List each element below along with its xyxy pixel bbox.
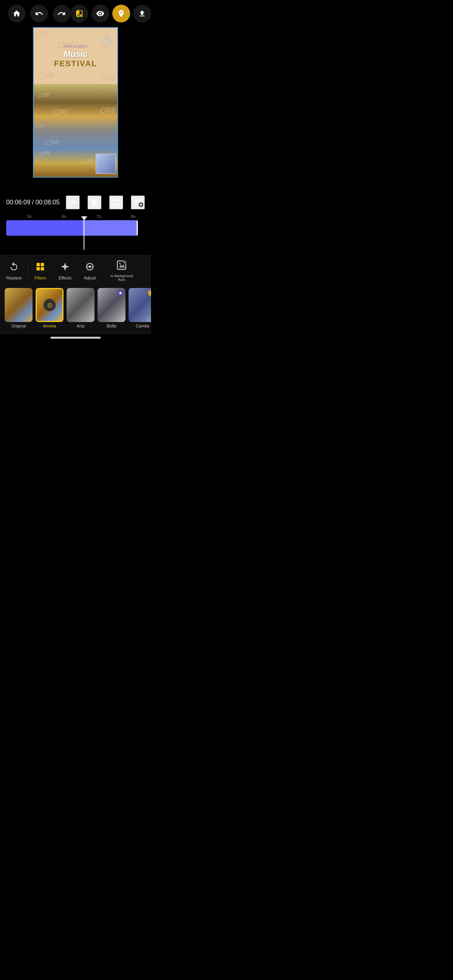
current-time: 00:06:09 (6, 199, 30, 206)
redo-icon (57, 9, 66, 18)
filters-label: Filters (34, 276, 46, 280)
total-time: 00:08:05 (36, 199, 60, 206)
undo-button[interactable] (30, 5, 48, 22)
timeline-track-area[interactable] (6, 220, 145, 240)
home-button[interactable] (8, 5, 26, 22)
svg-rect-30 (37, 263, 40, 266)
preview-top: Clay Clay Clay Clay (34, 28, 117, 84)
timeline-ruler: · 5s · 6s · 7s · 8s (6, 214, 145, 219)
play-button[interactable] (88, 195, 101, 209)
filter-original-thumb (5, 288, 33, 322)
filter-camila-label: Camila (136, 324, 149, 328)
svg-point-34 (89, 266, 91, 268)
watermark-photo-1: Clay (37, 90, 51, 100)
ai-bg-label: AI Background Rem (108, 274, 135, 282)
svg-rect-24 (134, 200, 141, 201)
music-label: Music (63, 49, 88, 59)
festival-label: FESTIVAL (54, 59, 97, 68)
amelia-icon: ⊙ (43, 299, 56, 311)
filter-amelia[interactable]: ⊙ Amelia (36, 288, 63, 328)
filter-gallery: Original ⊙ Amelia Aria Bella (0, 285, 151, 334)
disco-ball (100, 31, 114, 46)
bella-premium-badge (117, 290, 124, 296)
profile-icon (117, 9, 125, 18)
effects-icon (60, 262, 70, 274)
playhead (84, 219, 84, 250)
preview-canvas: Clay Clay Clay Clay (33, 27, 118, 178)
loop-icon (112, 198, 121, 207)
watermark-photo-2: Clay (52, 106, 69, 118)
replace-icon (9, 262, 19, 274)
svg-rect-10 (103, 39, 104, 40)
tool-effects[interactable]: Effects (52, 260, 77, 282)
export-button[interactable] (133, 5, 151, 22)
ruler-dot-2: · (41, 215, 53, 218)
watermark-3: Clay (37, 69, 55, 81)
svg-point-39 (119, 263, 121, 264)
ruler-6s: 6s (52, 214, 76, 219)
tool-adjust[interactable]: Adjust (78, 260, 102, 282)
time-display: 00:06:09 / 00:08:05 (6, 199, 60, 206)
tool-replace[interactable]: Replace (0, 260, 28, 282)
filter-aria[interactable]: Aria (67, 288, 94, 328)
redo-button[interactable] (53, 5, 70, 22)
adjust-icon (85, 262, 95, 274)
svg-rect-11 (104, 39, 105, 40)
filter-original[interactable]: Original (5, 288, 33, 328)
undo-icon (35, 9, 43, 18)
svg-rect-8 (105, 37, 106, 38)
preview-area: Clay Clay Clay Clay (0, 27, 151, 178)
svg-rect-16 (104, 41, 105, 42)
timeline-handle[interactable] (137, 220, 138, 236)
svg-rect-32 (37, 267, 40, 271)
svg-rect-14 (110, 39, 111, 40)
replace-label: Replace (6, 276, 22, 280)
filter-original-label: Original (11, 324, 26, 328)
bottom-tools: Replace Filters Effects (0, 255, 151, 334)
watermark-4: Clay (101, 73, 116, 83)
svg-rect-33 (41, 267, 44, 271)
playback-controls (66, 195, 145, 209)
tool-ai-bg[interactable]: AI Background Rem (102, 259, 141, 283)
loop-button[interactable] (109, 195, 123, 209)
effects-label: Effects (58, 276, 71, 280)
time-separator: / (32, 199, 36, 206)
filter-bella-label: Bella (107, 324, 116, 328)
toolbar-right (70, 5, 151, 22)
filter-bella[interactable]: Bella (98, 288, 125, 328)
preview-button[interactable] (91, 5, 109, 22)
timeline-track[interactable] (6, 220, 138, 236)
svg-rect-25 (134, 202, 141, 203)
small-preview-thumb (96, 154, 116, 174)
svg-rect-13 (108, 39, 109, 40)
svg-rect-23 (109, 43, 110, 45)
tools-row: Replace Filters Effects (0, 255, 151, 285)
profile-button[interactable] (112, 5, 130, 22)
watermark-photo-4: Clay (45, 137, 60, 147)
watermark-photo-5: Clay (99, 104, 116, 116)
watermark-photo-3: Cla (35, 122, 44, 130)
tool-filters[interactable]: Filters (28, 260, 52, 282)
ruler-dot-1: · (6, 215, 18, 218)
skip-back-button[interactable] (66, 195, 80, 209)
svg-rect-21 (105, 43, 106, 45)
filter-camila-thumb (129, 288, 151, 322)
home-indicator (50, 337, 101, 339)
watermark-photo-6: Clay (39, 149, 51, 158)
filter-amelia-thumb: ⊙ (36, 288, 63, 322)
playback-area: 00:06:09 / 00:08:05 (0, 189, 151, 243)
svg-rect-19 (110, 41, 111, 42)
filter-aria-thumb (67, 288, 94, 322)
filter-bella-thumb (98, 288, 125, 322)
play-icon (89, 197, 100, 208)
ruler-8s: 8s (122, 214, 145, 219)
add-track-button[interactable] (131, 195, 145, 209)
compare-button[interactable] (70, 5, 88, 22)
timeline-selection (82, 220, 138, 236)
filter-camila[interactable]: Camila (129, 288, 151, 328)
ruler-dot-4: · (110, 215, 122, 218)
add-track-icon (132, 197, 144, 208)
svg-rect-17 (106, 41, 107, 42)
svg-rect-22 (107, 43, 108, 45)
svg-rect-31 (41, 263, 44, 266)
